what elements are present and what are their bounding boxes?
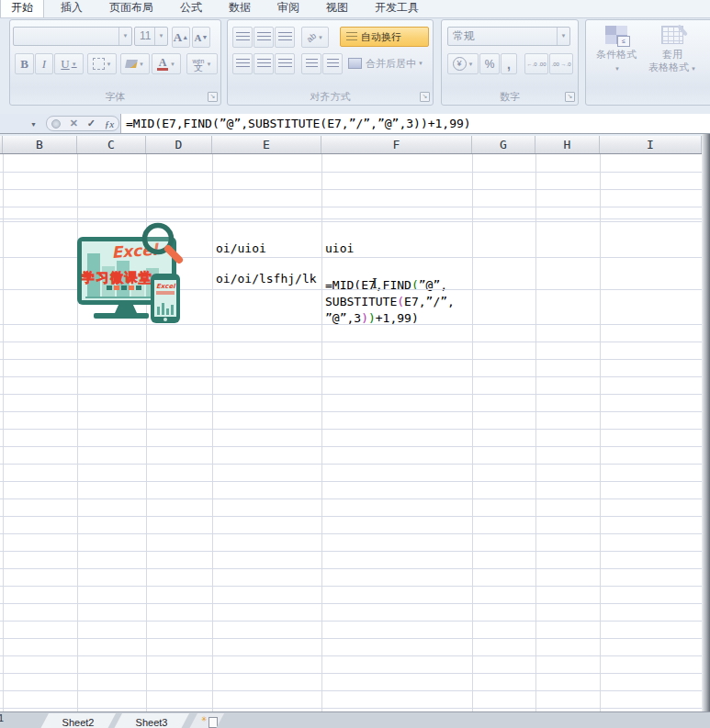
chevron-down-icon[interactable]: ▼ [118,28,131,45]
chevron-down-icon[interactable]: ▼ [318,35,323,40]
border-icon [93,58,105,70]
align-middle-button[interactable] [254,27,274,48]
chevron-down-icon[interactable]: ▼ [139,62,144,67]
chevron-down-icon[interactable]: ▼ [418,61,423,66]
decrease-decimal-icon: .00 →.0 [551,62,570,67]
font-name-combo[interactable]: ▼ [13,27,132,46]
gridline-horizontal [0,551,704,552]
gridline-horizontal [0,708,704,709]
ribbon-tab-5[interactable]: 数据 [219,0,261,17]
column-header-B[interactable]: B [3,136,77,153]
column-header-D[interactable]: D [146,136,212,153]
column-header-H[interactable]: H [535,136,600,153]
italic-button[interactable]: I [35,53,53,74]
edit-formula-line-1: =MID(E7,FIND(”@”, [325,277,447,294]
sheet-tab-Sheet2[interactable]: Sheet2 [40,713,116,728]
gridline-horizontal [0,516,704,517]
phonetic-guide-button[interactable]: wén 文 ▼ [186,53,218,74]
comma-style-button[interactable]: , [501,53,517,74]
gridline-horizontal [0,533,704,534]
insert-function-button[interactable]: ƒx [105,118,114,129]
sheet-tab-Sheet3[interactable]: Sheet3 [114,713,189,728]
column-header-I[interactable]: I [600,136,702,153]
align-center-button[interactable] [254,53,274,74]
decrease-indent-button[interactable] [301,53,321,74]
group-alignment: ab ▼ 自动换行 合并后居中 ▼ 对齐方式 ↘ [227,19,434,106]
chevron-down-icon[interactable]: ▼ [170,62,175,67]
decrease-indent-icon [306,59,318,69]
currency-format-button[interactable]: ¥ ▼ [447,53,479,74]
percent-style-button[interactable]: % [479,53,500,74]
worksheet-grid[interactable]: Excel 学习微课堂 Excel =MID(E7,FIND(”@”,SUBST… [0,154,710,711]
gridline-horizontal [0,189,704,190]
borders-button[interactable]: ▼ [87,53,117,74]
cell-F5[interactable]: uioi [325,241,354,255]
ribbon-tab-2[interactable]: 插入 [51,0,93,17]
grow-font-button[interactable]: A▲ [172,27,190,48]
ribbon-tab-1[interactable]: 开始 [0,0,44,17]
cancel-button[interactable]: ✕ [70,118,78,129]
excel-course-logo[interactable]: Excel 学习微课堂 Excel [72,222,191,325]
chevron-down-icon[interactable]: ▼ [206,62,211,67]
name-box-dropdown-icon[interactable]: ▼ [30,121,37,128]
ribbon-tab-4[interactable]: 公式 [170,0,212,17]
insert-worksheet-tab[interactable]: ✳ [189,713,224,728]
decrease-decimal-button[interactable]: .00 →.0 [549,53,573,74]
format-as-table-icon [661,26,683,44]
align-top-button[interactable] [232,27,253,48]
align-right-button[interactable] [275,53,295,74]
chevron-down-icon[interactable]: ▼ [557,28,569,45]
cell-edit-box[interactable]: =MID(E7,FIND(”@”,SUBSTITUTE(E7,”/”,”@”,3… [322,257,472,330]
formula-input[interactable]: =MID(E7,FIND(”@”,SUBSTITUTE(E7,”/”,”@”,3… [120,114,710,133]
ribbon-tab-3[interactable]: 页面布局 [99,0,163,17]
dialog-launcher-alignment[interactable]: ↘ [420,92,430,102]
formula-token: +1,99) [376,311,419,325]
column-header-F[interactable]: F [321,136,472,153]
underline-button[interactable]: U▼ [54,53,84,74]
column-header-C[interactable]: C [77,136,146,153]
font-color-button[interactable]: A ▼ [152,53,181,74]
ribbon-tab-7[interactable]: 视图 [316,0,358,17]
merge-center-button[interactable]: 合并后居中 ▼ [348,53,423,73]
conditional-format-icon: ≤ [605,26,627,44]
fill-color-button[interactable]: ▼ [120,53,150,74]
align-right-icon [278,59,292,69]
align-center-icon [257,59,271,69]
orientation-icon: ab [305,30,318,43]
column-header-G[interactable]: G [472,136,535,153]
align-left-button[interactable] [232,53,253,74]
increase-decimal-button[interactable]: ←.0 .00 [524,53,548,74]
gridline-horizontal [0,673,704,674]
chevron-down-icon[interactable]: ▼ [107,62,112,67]
currency-icon: ¥ [453,57,467,71]
ribbon-tab-8[interactable]: 开发工具 [365,0,429,17]
conditional-format-button[interactable]: ≤ 条件格式 ▼ [591,26,642,92]
enter-button[interactable]: ✓ [87,118,96,129]
fill-color-icon [125,60,138,68]
bold-icon: B [20,57,28,72]
shrink-font-icon: A [195,32,202,43]
dialog-launcher-font[interactable]: ↘ [208,92,218,102]
number-format-combo[interactable]: 常规 ▼ [447,27,570,46]
column-header-E[interactable]: E [212,136,321,153]
chevron-down-icon[interactable]: ▼ [468,62,474,67]
chevron-down-icon[interactable]: ▼ [614,62,620,75]
cell-E5[interactable]: oi/uioi [216,241,266,255]
chevron-down-icon[interactable]: ▼ [154,28,167,45]
font-size-combo[interactable]: 11 ▼ [134,27,168,46]
shrink-font-button[interactable]: A▼ [192,27,210,48]
ribbon-tab-6[interactable]: 审阅 [267,0,310,17]
wrap-text-button[interactable]: 自动换行 [340,27,429,47]
gridline-horizontal [0,376,704,377]
increase-indent-button[interactable] [322,53,343,74]
orientation-button[interactable]: ab ▼ [301,27,329,48]
align-bottom-button[interactable] [275,27,295,48]
gridline-horizontal [0,655,704,656]
cell-E7[interactable]: oi/oi/lsfhj/lk [216,272,317,286]
bold-button[interactable]: B [15,53,34,74]
chevron-down-icon[interactable]: ▼ [72,62,77,67]
align-bottom-icon [278,32,292,42]
format-as-table-button[interactable]: 套用 表格格式▼ [647,26,698,92]
dialog-launcher-number[interactable]: ↘ [565,92,575,102]
gridline-vertical [212,154,213,711]
